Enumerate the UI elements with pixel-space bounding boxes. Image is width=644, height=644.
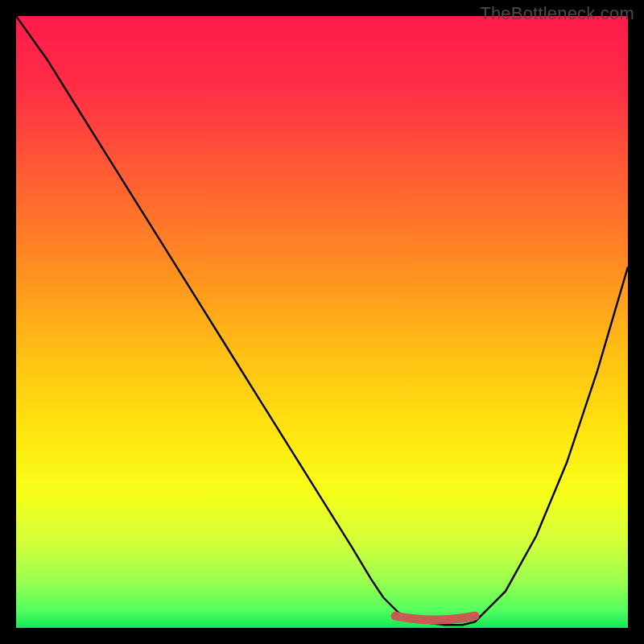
optimal-zone-marker — [395, 616, 475, 620]
bottleneck-plot — [16, 16, 628, 628]
chart-frame — [16, 16, 628, 628]
watermark-text: TheBottleneck.com — [480, 3, 634, 24]
